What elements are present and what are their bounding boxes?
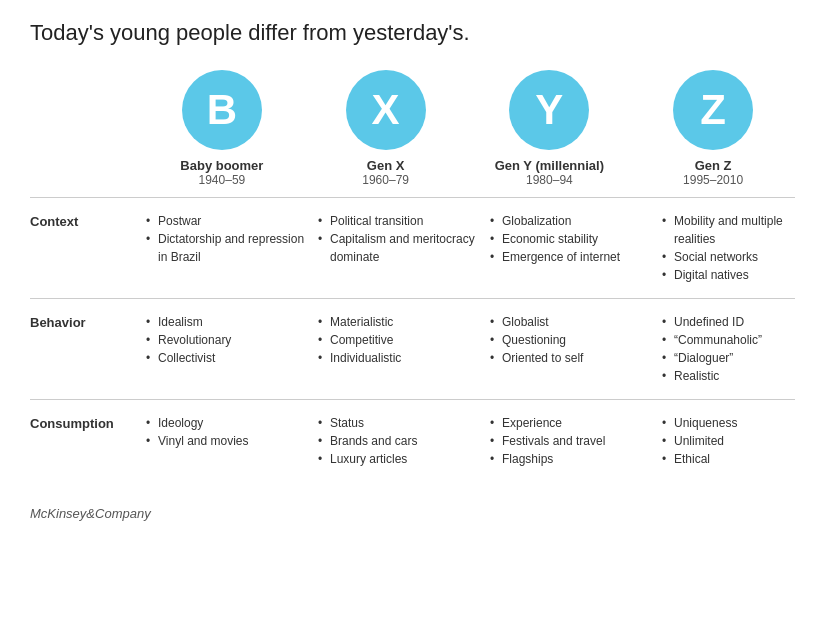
cell-consumption-3: UniquenessUnlimitedEthical xyxy=(656,414,825,468)
footer-brand: McKinsey&Company xyxy=(30,506,795,521)
row-label-behavior: Behavior xyxy=(30,313,140,385)
cell-behavior-0: IdealismRevolutionaryCollectivist xyxy=(140,313,312,385)
list-item: Brands and cars xyxy=(318,432,478,450)
list-item: Emergence of internet xyxy=(490,248,650,266)
list-item: Experience xyxy=(490,414,650,432)
list-item: Ideology xyxy=(146,414,306,432)
gen-years-y: 1980–94 xyxy=(526,173,573,187)
list-item: Mobility and multiple realities xyxy=(662,212,822,248)
list-item: Individualistic xyxy=(318,349,478,367)
list-item: Revolutionary xyxy=(146,331,306,349)
row-label-consumption: Consumption xyxy=(30,414,140,468)
page-title: Today's young people differ from yesterd… xyxy=(30,20,795,46)
list-item: “Communaholic” xyxy=(662,331,822,349)
cell-consumption-1: StatusBrands and carsLuxury articles xyxy=(312,414,484,468)
list-item: Realistic xyxy=(662,367,822,385)
list-item: Social networks xyxy=(662,248,822,266)
list-item: Globalization xyxy=(490,212,650,230)
list-item: Materialistic xyxy=(318,313,478,331)
list-item: Ethical xyxy=(662,450,822,468)
comparison-table: ContextPostwarDictatorship and repressio… xyxy=(30,197,795,482)
cell-behavior-2: GlobalistQuestioningOriented to self xyxy=(484,313,656,385)
gen-years-x: 1960–79 xyxy=(362,173,409,187)
list-item: Globalist xyxy=(490,313,650,331)
list-item: Unlimited xyxy=(662,432,822,450)
table-row-context: ContextPostwarDictatorship and repressio… xyxy=(30,197,795,298)
list-item: Festivals and travel xyxy=(490,432,650,450)
gen-name-y: Gen Y (millennial) xyxy=(495,158,604,173)
list-item: Idealism xyxy=(146,313,306,331)
table-row-consumption: ConsumptionIdeologyVinyl and moviesStatu… xyxy=(30,399,795,482)
list-item: Capitalism and meritocracy dominate xyxy=(318,230,478,266)
list-item: Vinyl and movies xyxy=(146,432,306,450)
list-item: Luxury articles xyxy=(318,450,478,468)
list-item: Questioning xyxy=(490,331,650,349)
gen-col-y: YGen Y (millennial)1980–94 xyxy=(468,70,632,187)
gen-circle-z: Z xyxy=(673,70,753,150)
gen-name-b: Baby boomer xyxy=(180,158,263,173)
list-item: Dictatorship and repression in Brazil xyxy=(146,230,306,266)
gen-col-x: XGen X1960–79 xyxy=(304,70,468,187)
cell-consumption-0: IdeologyVinyl and movies xyxy=(140,414,312,468)
list-item: Oriented to self xyxy=(490,349,650,367)
gen-circle-x: X xyxy=(346,70,426,150)
table-row-behavior: BehaviorIdealismRevolutionaryCollectivis… xyxy=(30,298,795,399)
row-label-context: Context xyxy=(30,212,140,284)
gen-col-z: ZGen Z1995–2010 xyxy=(631,70,795,187)
gen-circle-b: B xyxy=(182,70,262,150)
cell-context-3: Mobility and multiple realitiesSocial ne… xyxy=(656,212,825,284)
cell-behavior-3: Undefined ID“Communaholic”“Dialoguer”Rea… xyxy=(656,313,825,385)
gen-years-b: 1940–59 xyxy=(199,173,246,187)
list-item: Economic stability xyxy=(490,230,650,248)
list-item: Status xyxy=(318,414,478,432)
row-cells-consumption: IdeologyVinyl and moviesStatusBrands and… xyxy=(140,414,825,468)
gen-col-b: BBaby boomer1940–59 xyxy=(140,70,304,187)
row-cells-context: PostwarDictatorship and repression in Br… xyxy=(140,212,825,284)
list-item: Competitive xyxy=(318,331,478,349)
gen-name-z: Gen Z xyxy=(695,158,732,173)
cell-behavior-1: MaterialisticCompetitiveIndividualistic xyxy=(312,313,484,385)
list-item: Undefined ID xyxy=(662,313,822,331)
cell-context-0: PostwarDictatorship and repression in Br… xyxy=(140,212,312,284)
cell-context-2: GlobalizationEconomic stabilityEmergence… xyxy=(484,212,656,284)
list-item: “Dialoguer” xyxy=(662,349,822,367)
cell-context-1: Political transitionCapitalism and merit… xyxy=(312,212,484,284)
list-item: Political transition xyxy=(318,212,478,230)
list-item: Uniqueness xyxy=(662,414,822,432)
list-item: Postwar xyxy=(146,212,306,230)
row-cells-behavior: IdealismRevolutionaryCollectivistMateria… xyxy=(140,313,825,385)
cell-consumption-2: ExperienceFestivals and travelFlagships xyxy=(484,414,656,468)
list-item: Digital natives xyxy=(662,266,822,284)
gen-years-z: 1995–2010 xyxy=(683,173,743,187)
gen-name-x: Gen X xyxy=(367,158,405,173)
list-item: Collectivist xyxy=(146,349,306,367)
list-item: Flagships xyxy=(490,450,650,468)
gen-circle-y: Y xyxy=(509,70,589,150)
generation-circles: BBaby boomer1940–59XGen X1960–79YGen Y (… xyxy=(140,70,795,187)
